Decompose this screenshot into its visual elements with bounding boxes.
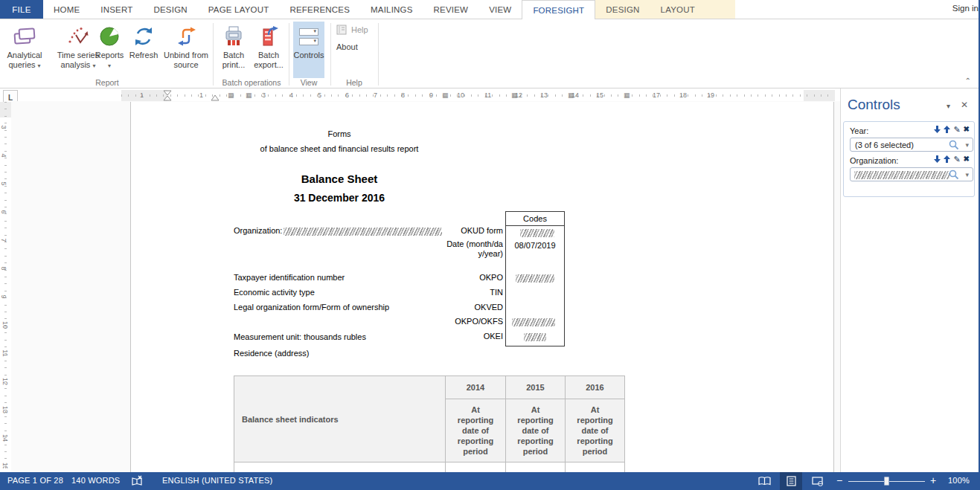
date-label: Date (month/day/year) xyxy=(443,239,503,259)
organization-select-input[interactable]: ▾ xyxy=(850,167,973,181)
reports-label: Reports xyxy=(95,51,124,59)
tab-page-layout[interactable]: PAGE LAYOUT xyxy=(198,0,280,19)
tab-table-design[interactable]: DESIGN xyxy=(595,0,650,19)
reports-button[interactable]: Reports▾ xyxy=(92,22,126,78)
group-separator xyxy=(330,23,331,86)
ruler-number: 18 xyxy=(679,91,687,99)
year-2016-cell: 2016 xyxy=(565,375,625,399)
indicators-table: Balance sheet indicators 2014 2015 2016 … xyxy=(234,375,624,472)
redacted-okpo-code xyxy=(516,274,554,283)
table-column-marker-icon[interactable]: ▦ xyxy=(568,91,574,100)
unbind-from-source-button[interactable]: Unbind from source xyxy=(161,22,211,78)
move-up-icon[interactable] xyxy=(944,126,950,133)
pane-close-icon[interactable]: ✕ xyxy=(961,100,968,110)
year-select-input[interactable]: (3 of 6 selected) ▾ xyxy=(850,138,973,152)
pane-title: Controls xyxy=(848,97,900,113)
search-icon[interactable] xyxy=(949,170,959,181)
zoom-slider-handle[interactable] xyxy=(884,477,889,486)
batch-print-button[interactable]: Batch print... xyxy=(217,22,251,78)
year-2014-cell: 2014 xyxy=(445,375,506,399)
organization-label: Organization: xyxy=(234,226,282,235)
table-column-marker-icon[interactable]: ▦ xyxy=(228,91,234,100)
tab-file[interactable]: FILE xyxy=(0,0,43,19)
web-layout-button[interactable] xyxy=(807,472,829,490)
ruler-number: 15 xyxy=(596,91,603,99)
horizontal-ruler[interactable]: 113456789101112131415171819▦▦▦▦▦▦ xyxy=(121,90,835,101)
edit-icon[interactable]: ✎ xyxy=(953,126,960,133)
word-count[interactable]: 140 WORDS xyxy=(71,476,120,485)
ruler-number: 3 xyxy=(262,91,266,99)
word-window: FILE HOME INSERT DESIGN PAGE LAYOUT REFE… xyxy=(0,0,980,490)
controls-toggle-button[interactable]: ▾ ▾ Controls xyxy=(293,22,324,78)
about-button[interactable]: About xyxy=(336,42,358,51)
subheader-2016-cell: At reporting date of reporting period xyxy=(565,399,625,462)
proofing-status-icon[interactable] xyxy=(131,475,144,488)
contextual-tab-group: DESIGN LAYOUT xyxy=(595,0,735,19)
document-page[interactable]: Forms of balance sheet and financial res… xyxy=(130,102,834,472)
print-layout-button[interactable] xyxy=(780,472,802,490)
tab-references[interactable]: REFERENCES xyxy=(279,0,360,19)
tab-view[interactable]: VIEW xyxy=(478,0,522,19)
dropdown-caret-icon: ▾ xyxy=(38,62,41,69)
okpo-label: OKPO xyxy=(354,273,503,282)
search-icon[interactable] xyxy=(949,140,959,152)
move-up-icon[interactable] xyxy=(944,155,950,163)
move-down-icon[interactable] xyxy=(934,126,941,133)
tab-mailings[interactable]: MAILINGS xyxy=(360,0,423,19)
tin-label: TIN xyxy=(354,288,503,297)
ruler-number: 17 xyxy=(653,91,660,99)
analytical-queries-button[interactable]: Analytical queries ▾ xyxy=(3,22,46,78)
hanging-indent-icon[interactable] xyxy=(211,94,220,101)
language-indicator[interactable]: ENGLISH (UNITED STATES) xyxy=(162,476,272,485)
page-indicator[interactable]: PAGE 1 OF 28 xyxy=(7,476,63,485)
zoom-level[interactable]: 100% xyxy=(948,476,970,485)
group-separator xyxy=(289,23,289,86)
table-column-marker-icon[interactable]: ▦ xyxy=(246,91,252,100)
table-column-marker-icon[interactable]: ▦ xyxy=(624,91,630,100)
tab-foresight-active[interactable]: FORESIGHT xyxy=(522,0,595,19)
refresh-label: Refresh xyxy=(129,51,158,59)
refresh-button[interactable]: Refresh xyxy=(126,22,161,78)
table-body-cell xyxy=(234,462,446,472)
ruler-number: 7 xyxy=(0,238,7,242)
table-column-marker-icon[interactable]: ▦ xyxy=(442,91,449,100)
tab-design[interactable]: DESIGN xyxy=(143,0,197,19)
document-workspace: Forms of balance sheet and financial res… xyxy=(11,101,840,472)
vertical-ruler[interactable]: 3456789101112131415 xyxy=(0,102,11,468)
about-label: About xyxy=(336,42,358,51)
tab-home[interactable]: HOME xyxy=(43,0,90,19)
indicators-header-cell: Balance sheet indicators xyxy=(234,375,446,462)
taxpayer-id-label: Taxpayer identification number xyxy=(234,273,345,282)
table-body-cell xyxy=(445,462,506,472)
tab-review[interactable]: REVIEW xyxy=(423,0,479,19)
okei-label: OKEI xyxy=(354,332,503,341)
economic-activity-label: Economic activity type xyxy=(234,288,315,297)
chevron-down-icon[interactable]: ▾ xyxy=(965,141,969,149)
zoom-out-button[interactable]: − xyxy=(836,474,842,486)
zoom-in-button[interactable]: + xyxy=(930,474,936,486)
redacted-okud-code xyxy=(520,229,554,237)
table-column-marker-icon[interactable]: ▦ xyxy=(511,91,518,100)
edit-icon[interactable]: ✎ xyxy=(953,155,960,163)
pane-menu-chevron-icon[interactable]: ▾ xyxy=(947,102,950,110)
tab-table-layout[interactable]: LAYOUT xyxy=(650,0,705,19)
group-separator xyxy=(378,23,379,86)
indent-markers-icon[interactable] xyxy=(162,90,173,101)
remove-icon[interactable]: ✖ xyxy=(964,126,970,133)
remove-icon[interactable]: ✖ xyxy=(964,155,970,163)
chevron-down-icon[interactable]: ▾ xyxy=(965,171,969,178)
tab-insert[interactable]: INSERT xyxy=(90,0,143,19)
help-button[interactable]: Help xyxy=(336,25,368,35)
redacted-okpo-okfs-code xyxy=(512,318,555,326)
sign-in-link[interactable]: Sign in xyxy=(952,4,979,13)
batch-export-button[interactable]: Batch export... xyxy=(251,22,286,78)
ruler-number: 8 xyxy=(0,266,7,270)
collapse-ribbon-icon[interactable]: ⌃ xyxy=(965,77,971,85)
date-value: 08/07/2019 xyxy=(506,241,564,250)
read-mode-button[interactable] xyxy=(753,472,775,490)
batch-print-label: Batch print... xyxy=(222,51,246,69)
redacted-okei-code xyxy=(524,333,546,341)
year-field-label: Year: xyxy=(850,126,868,135)
batch-export-label: Batch export... xyxy=(254,51,284,69)
move-down-icon[interactable] xyxy=(934,155,941,163)
